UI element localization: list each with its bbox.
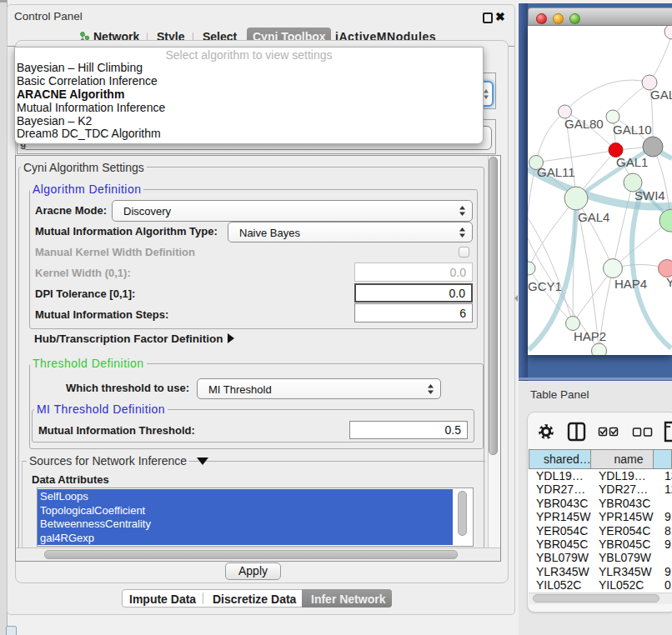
svg-text:SWI4: SWI4 bbox=[634, 188, 665, 202]
svg-text:Y: Y bbox=[666, 275, 672, 289]
svg-text:GAL11: GAL11 bbox=[537, 165, 575, 179]
svg-text:GAL7: GAL7 bbox=[650, 88, 672, 102]
svg-text:GAL4: GAL4 bbox=[578, 210, 609, 224]
svg-text:GAL10: GAL10 bbox=[613, 122, 652, 137]
svg-text:GCY1: GCY1 bbox=[528, 279, 562, 293]
svg-text:GAL1: GAL1 bbox=[616, 155, 648, 169]
svg-text:GAL80: GAL80 bbox=[564, 117, 604, 131]
svg-text:HAP2: HAP2 bbox=[574, 329, 606, 343]
svg-text:HAP4: HAP4 bbox=[614, 277, 647, 291]
